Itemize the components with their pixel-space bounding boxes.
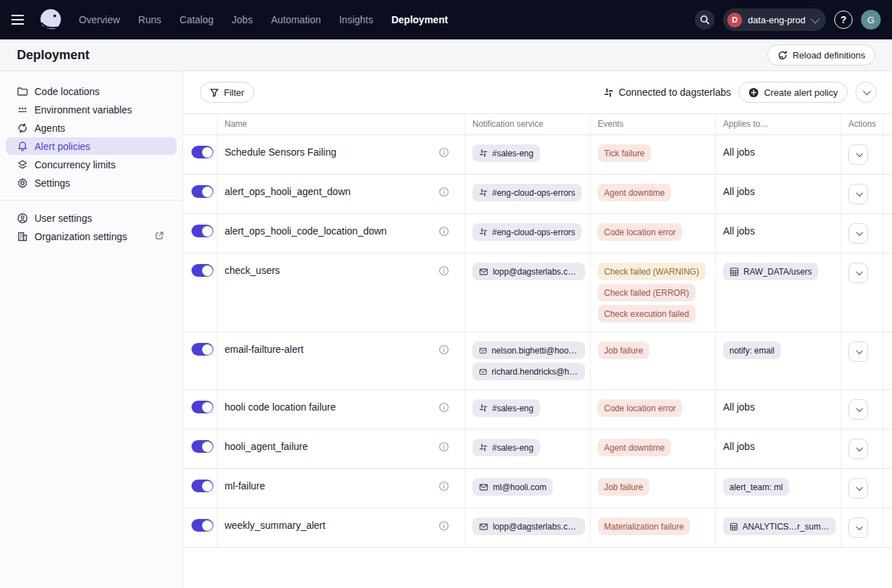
name-cell: weekly_summary_alert xyxy=(217,508,465,547)
toggle-knob xyxy=(202,520,213,531)
slack-icon xyxy=(479,149,488,158)
toggle-cell xyxy=(183,135,217,174)
search-button[interactable] xyxy=(695,10,715,30)
folder-icon xyxy=(17,86,28,97)
asset-pill: RAW_DATA/users xyxy=(723,263,818,280)
alert-enabled-toggle[interactable] xyxy=(191,519,213,532)
deployment-switcher[interactable]: D data-eng-prod xyxy=(723,8,826,31)
actions-cell xyxy=(841,214,884,253)
notification-target: #sales-eng xyxy=(492,404,534,413)
nav-item-catalog[interactable]: Catalog xyxy=(180,14,213,25)
row-actions-dropdown-button[interactable] xyxy=(848,223,868,244)
sidebar-item-agents[interactable]: Agents xyxy=(6,119,177,137)
info-icon[interactable] xyxy=(439,402,449,415)
sidebar-item-label: Environment variables xyxy=(34,104,132,115)
slack-notification-pill: #sales-eng xyxy=(472,399,540,417)
slack-icon xyxy=(479,227,488,237)
actions-cell xyxy=(841,332,884,389)
column-header-notification-service: Notification service xyxy=(465,114,590,135)
toggle-knob xyxy=(202,344,213,355)
info-icon[interactable] xyxy=(439,226,449,239)
notification-target: #eng-cloud-ops-errors xyxy=(492,188,575,198)
applies-to-cell: All jobs xyxy=(715,175,841,213)
applies-to-value: All jobs xyxy=(723,399,834,413)
row-actions-dropdown-button[interactable] xyxy=(848,342,868,362)
nav-item-deployment[interactable]: Deployment xyxy=(391,14,448,25)
user-avatar[interactable]: G xyxy=(861,10,881,30)
alert-policy-name: ml-failure xyxy=(218,478,265,492)
deployment-name: data-eng-prod xyxy=(748,15,805,25)
info-icon[interactable] xyxy=(439,481,449,494)
alert-enabled-toggle[interactable] xyxy=(191,480,213,492)
filter-button[interactable]: Filter xyxy=(200,82,254,103)
help-button[interactable]: ? xyxy=(834,11,853,29)
sidebar-item-code-locations[interactable]: Code locations xyxy=(6,82,177,100)
actions-cell xyxy=(841,469,884,508)
alert-enabled-toggle[interactable] xyxy=(191,264,213,277)
email-icon xyxy=(479,346,487,356)
connected-label: Connected to dagsterlabs xyxy=(619,87,731,98)
alert-enabled-toggle[interactable] xyxy=(191,146,213,158)
more-actions-dropdown-button[interactable] xyxy=(855,82,877,103)
sidebar-item-alert-policies[interactable]: Alert policies xyxy=(6,137,177,155)
event-badge: Code location error xyxy=(598,399,682,417)
tag-pill: alert_team: ml xyxy=(723,478,789,496)
name-cell: Schedule Sensors Failing xyxy=(217,135,465,174)
sidebar-item-environment-variables[interactable]: Environment variables xyxy=(6,101,177,118)
notification-service-cell: #sales-eng xyxy=(465,390,590,429)
alert-policy-name: weekly_summary_alert xyxy=(218,518,325,531)
sidebar-item-organization-settings[interactable]: Organization settings xyxy=(6,227,177,245)
row-actions-dropdown-button[interactable] xyxy=(848,478,868,499)
row-actions-dropdown-button[interactable] xyxy=(848,184,868,204)
nav-item-automation[interactable]: Automation xyxy=(271,14,321,25)
nav-item-runs[interactable]: Runs xyxy=(138,14,161,25)
sidebar-item-label: User settings xyxy=(34,213,92,224)
toggle-cell xyxy=(183,469,217,508)
alert-enabled-toggle[interactable] xyxy=(191,225,213,237)
column-header-name: Name xyxy=(217,114,465,135)
email-notification-pill: nelson.bighetti@hooli.co… xyxy=(472,342,585,359)
nav-item-insights[interactable]: Insights xyxy=(339,14,373,25)
toggle-knob xyxy=(202,226,213,237)
applies-to-cell: All jobs xyxy=(715,390,841,429)
row-actions-dropdown-button[interactable] xyxy=(848,399,868,420)
row-actions-dropdown-button[interactable] xyxy=(848,144,868,165)
info-icon[interactable] xyxy=(439,520,449,534)
actions-cell xyxy=(841,175,884,213)
applies-to-cell: notify: email xyxy=(715,332,841,389)
event-badge: Check failed (ERROR) xyxy=(598,284,696,301)
actions-cell xyxy=(841,254,884,332)
alert-enabled-toggle[interactable] xyxy=(191,440,213,453)
applies-to-cell: ANALYTICS…r_summary xyxy=(715,508,841,547)
applies-to-value: All jobs xyxy=(723,144,834,158)
applies-to-cell: All jobs xyxy=(715,214,841,253)
sidebar-item-concurrency-limits[interactable]: Concurrency limits xyxy=(6,156,177,173)
alert-enabled-toggle[interactable] xyxy=(191,401,213,413)
info-icon[interactable] xyxy=(439,344,449,358)
reload-definitions-button[interactable]: Reload definitions xyxy=(767,44,875,65)
create-alert-policy-button[interactable]: Create alert policy xyxy=(739,82,848,103)
applies-to-cell: All jobs xyxy=(715,135,841,174)
table-row: Schedule Sensors Failing#sales-engTick f… xyxy=(183,135,892,175)
hamburger-menu-icon[interactable] xyxy=(11,11,30,29)
alert-enabled-toggle[interactable] xyxy=(191,343,213,356)
applies-to-cell: RAW_DATA/users xyxy=(715,254,841,332)
chevron-down-icon xyxy=(855,189,862,196)
nav-item-jobs[interactable]: Jobs xyxy=(232,14,253,25)
slack-icon xyxy=(603,87,614,98)
dagster-logo[interactable] xyxy=(38,7,63,32)
email-notification-pill: richard.hendricks@hooli… xyxy=(472,363,585,380)
nav-item-overview[interactable]: Overview xyxy=(79,14,120,25)
info-icon[interactable] xyxy=(439,442,449,455)
row-actions-dropdown-button[interactable] xyxy=(848,439,868,459)
row-actions-dropdown-button[interactable] xyxy=(848,518,868,538)
sidebar-item-user-settings[interactable]: User settings xyxy=(6,209,177,227)
info-icon[interactable] xyxy=(439,147,449,161)
sidebar-item-settings[interactable]: Settings xyxy=(6,174,177,192)
info-icon[interactable] xyxy=(439,265,449,279)
row-actions-dropdown-button[interactable] xyxy=(848,263,868,283)
alert-enabled-toggle[interactable] xyxy=(191,185,213,198)
info-icon[interactable] xyxy=(439,187,449,200)
applies-to-value: alert_team: ml xyxy=(729,482,783,492)
sidebar-item-label: Concurrency limits xyxy=(34,159,115,170)
